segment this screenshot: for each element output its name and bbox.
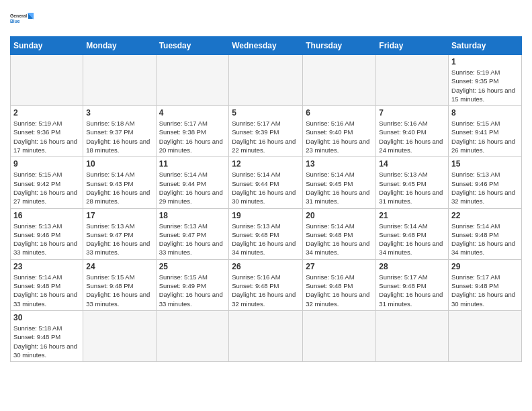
day-number: 3 <box>86 108 152 118</box>
day-info: Sunrise: 5:13 AMSunset: 9:46 PMDaylight:… <box>451 170 519 205</box>
day-info: Sunrise: 5:14 AMSunset: 9:48 PMDaylight:… <box>306 222 373 257</box>
calendar-cell <box>449 310 522 361</box>
calendar-cell: 13Sunrise: 5:14 AMSunset: 9:45 PMDayligh… <box>303 157 376 208</box>
day-number: 20 <box>306 211 373 220</box>
weekday-header-saturday: Saturday <box>449 37 522 55</box>
calendar-cell: 11Sunrise: 5:14 AMSunset: 9:44 PMDayligh… <box>156 157 229 208</box>
day-info: Sunrise: 5:17 AMSunset: 9:38 PMDaylight:… <box>159 119 226 154</box>
calendar-cell: 27Sunrise: 5:16 AMSunset: 9:48 PMDayligh… <box>303 259 376 310</box>
calendar-cell: 16Sunrise: 5:13 AMSunset: 9:46 PMDayligh… <box>11 208 83 259</box>
calendar-cell: 22Sunrise: 5:14 AMSunset: 9:48 PMDayligh… <box>449 208 522 259</box>
day-number: 27 <box>306 262 373 271</box>
calendar-week-4: 16Sunrise: 5:13 AMSunset: 9:46 PMDayligh… <box>11 208 522 259</box>
calendar-cell <box>376 55 449 106</box>
day-number: 30 <box>13 313 80 322</box>
weekday-header-wednesday: Wednesday <box>229 37 303 55</box>
day-number: 22 <box>451 211 519 220</box>
day-info: Sunrise: 5:14 AMSunset: 9:48 PMDaylight:… <box>451 222 519 257</box>
day-number: 11 <box>159 159 226 169</box>
calendar-cell: 15Sunrise: 5:13 AMSunset: 9:46 PMDayligh… <box>449 157 522 208</box>
calendar-cell <box>11 55 83 106</box>
weekday-header-friday: Friday <box>376 37 449 55</box>
calendar-cell: 2Sunrise: 5:19 AMSunset: 9:36 PMDaylight… <box>11 106 83 157</box>
day-info: Sunrise: 5:17 AMSunset: 9:48 PMDaylight:… <box>379 273 445 308</box>
day-info: Sunrise: 5:14 AMSunset: 9:44 PMDaylight:… <box>159 170 226 205</box>
day-info: Sunrise: 5:14 AMSunset: 9:44 PMDaylight:… <box>232 170 300 205</box>
day-number: 7 <box>379 108 445 118</box>
weekday-header-monday: Monday <box>83 37 156 55</box>
day-number: 4 <box>159 108 226 118</box>
day-number: 2 <box>13 108 80 118</box>
calendar-cell <box>376 310 449 361</box>
day-info: Sunrise: 5:15 AMSunset: 9:49 PMDaylight:… <box>159 273 226 308</box>
calendar-cell <box>83 55 156 106</box>
calendar-cell <box>83 310 156 361</box>
day-number: 29 <box>451 262 519 271</box>
day-number: 16 <box>13 211 80 220</box>
calendar-week-1: 1Sunrise: 5:19 AMSunset: 9:35 PMDaylight… <box>11 55 522 106</box>
day-info: Sunrise: 5:14 AMSunset: 9:48 PMDaylight:… <box>379 222 445 257</box>
day-info: Sunrise: 5:14 AMSunset: 9:48 PMDaylight:… <box>13 273 80 308</box>
calendar-cell: 21Sunrise: 5:14 AMSunset: 9:48 PMDayligh… <box>376 208 449 259</box>
calendar-cell: 14Sunrise: 5:13 AMSunset: 9:45 PMDayligh… <box>376 157 449 208</box>
calendar-cell <box>303 310 376 361</box>
day-info: Sunrise: 5:16 AMSunset: 9:48 PMDaylight:… <box>306 273 373 308</box>
day-info: Sunrise: 5:19 AMSunset: 9:35 PMDaylight:… <box>451 68 519 103</box>
day-number: 24 <box>86 262 152 271</box>
day-info: Sunrise: 5:13 AMSunset: 9:45 PMDaylight:… <box>379 170 445 205</box>
day-number: 23 <box>13 262 80 271</box>
day-number: 14 <box>379 159 445 169</box>
calendar-cell: 28Sunrise: 5:17 AMSunset: 9:48 PMDayligh… <box>376 259 449 310</box>
day-number: 13 <box>306 159 373 169</box>
day-info: Sunrise: 5:19 AMSunset: 9:36 PMDaylight:… <box>13 119 80 154</box>
day-info: Sunrise: 5:14 AMSunset: 9:43 PMDaylight:… <box>86 170 152 205</box>
day-info: Sunrise: 5:14 AMSunset: 9:45 PMDaylight:… <box>306 170 373 205</box>
svg-text:Blue: Blue <box>10 19 20 24</box>
day-number: 15 <box>451 159 519 169</box>
calendar-cell <box>156 55 229 106</box>
day-number: 17 <box>86 211 152 220</box>
day-info: Sunrise: 5:16 AMSunset: 9:40 PMDaylight:… <box>306 119 373 154</box>
calendar-cell: 26Sunrise: 5:16 AMSunset: 9:48 PMDayligh… <box>229 259 303 310</box>
calendar-cell: 6Sunrise: 5:16 AMSunset: 9:40 PMDaylight… <box>303 106 376 157</box>
day-info: Sunrise: 5:17 AMSunset: 9:48 PMDaylight:… <box>451 273 519 308</box>
calendar-cell <box>156 310 229 361</box>
day-number: 21 <box>379 211 445 220</box>
calendar-cell: 18Sunrise: 5:13 AMSunset: 9:47 PMDayligh… <box>156 208 229 259</box>
calendar-cell: 8Sunrise: 5:15 AMSunset: 9:41 PMDaylight… <box>449 106 522 157</box>
calendar-cell: 25Sunrise: 5:15 AMSunset: 9:49 PMDayligh… <box>156 259 229 310</box>
weekday-header-sunday: Sunday <box>11 37 83 55</box>
day-info: Sunrise: 5:13 AMSunset: 9:46 PMDaylight:… <box>13 222 80 257</box>
day-number: 28 <box>379 262 445 271</box>
calendar-cell: 10Sunrise: 5:14 AMSunset: 9:43 PMDayligh… <box>83 157 156 208</box>
calendar-cell: 17Sunrise: 5:13 AMSunset: 9:47 PMDayligh… <box>83 208 156 259</box>
day-number: 12 <box>232 159 300 169</box>
calendar-cell: 5Sunrise: 5:17 AMSunset: 9:39 PMDaylight… <box>229 106 303 157</box>
header: GeneralBlue <box>10 7 522 31</box>
calendar-week-3: 9Sunrise: 5:15 AMSunset: 9:42 PMDaylight… <box>11 157 522 208</box>
day-number: 9 <box>13 159 80 169</box>
weekday-header-tuesday: Tuesday <box>156 37 229 55</box>
calendar-cell: 12Sunrise: 5:14 AMSunset: 9:44 PMDayligh… <box>229 157 303 208</box>
calendar-cell: 7Sunrise: 5:16 AMSunset: 9:40 PMDaylight… <box>376 106 449 157</box>
weekday-header-thursday: Thursday <box>303 37 376 55</box>
day-number: 1 <box>451 57 519 66</box>
day-info: Sunrise: 5:18 AMSunset: 9:48 PMDaylight:… <box>13 324 80 359</box>
day-number: 6 <box>306 108 373 118</box>
logo: GeneralBlue <box>10 7 34 31</box>
calendar-table: SundayMondayTuesdayWednesdayThursdayFrid… <box>10 36 522 362</box>
day-number: 19 <box>232 211 300 220</box>
calendar-cell: 9Sunrise: 5:15 AMSunset: 9:42 PMDaylight… <box>11 157 83 208</box>
day-info: Sunrise: 5:15 AMSunset: 9:41 PMDaylight:… <box>451 119 519 154</box>
calendar-week-2: 2Sunrise: 5:19 AMSunset: 9:36 PMDaylight… <box>11 106 522 157</box>
day-info: Sunrise: 5:15 AMSunset: 9:48 PMDaylight:… <box>86 273 152 308</box>
day-info: Sunrise: 5:13 AMSunset: 9:47 PMDaylight:… <box>86 222 152 257</box>
calendar-cell: 23Sunrise: 5:14 AMSunset: 9:48 PMDayligh… <box>11 259 83 310</box>
calendar-cell: 3Sunrise: 5:18 AMSunset: 9:37 PMDaylight… <box>83 106 156 157</box>
day-number: 26 <box>232 262 300 271</box>
day-info: Sunrise: 5:18 AMSunset: 9:37 PMDaylight:… <box>86 119 152 154</box>
weekday-header-row: SundayMondayTuesdayWednesdayThursdayFrid… <box>11 37 522 55</box>
calendar-week-5: 23Sunrise: 5:14 AMSunset: 9:48 PMDayligh… <box>11 259 522 310</box>
calendar-cell: 4Sunrise: 5:17 AMSunset: 9:38 PMDaylight… <box>156 106 229 157</box>
day-number: 10 <box>86 159 152 169</box>
